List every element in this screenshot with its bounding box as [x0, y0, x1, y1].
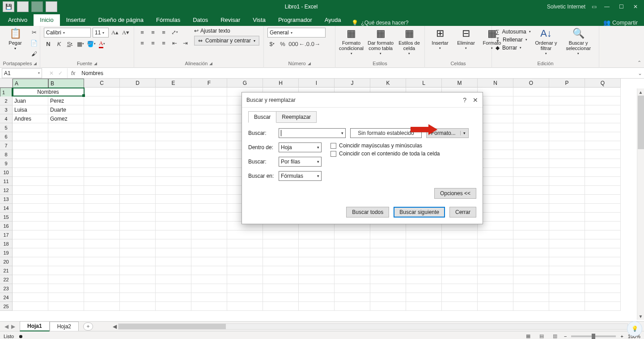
cell[interactable] [120, 302, 156, 311]
cell[interactable] [513, 266, 549, 275]
help-bulb-icon[interactable]: 💡 [627, 321, 642, 336]
cell[interactable] [513, 275, 549, 284]
cell[interactable] [48, 230, 84, 239]
cell[interactable] [585, 302, 621, 311]
cell[interactable] [13, 123, 48, 132]
row-header[interactable]: 15 [0, 213, 13, 222]
cell[interactable] [478, 230, 513, 239]
insert-cells-button[interactable]: ⊞Insertar▾ [428, 28, 452, 50]
cell[interactable] [478, 239, 513, 248]
cell[interactable] [478, 186, 513, 195]
cell[interactable] [120, 293, 156, 302]
cell[interactable] [120, 186, 156, 195]
cell[interactable] [549, 168, 585, 177]
cell[interactable] [513, 123, 549, 132]
cell[interactable] [585, 88, 621, 96]
cell[interactable] [84, 141, 120, 150]
cell[interactable] [191, 150, 227, 159]
cell[interactable] [48, 302, 84, 311]
cell[interactable] [48, 177, 84, 186]
row-header[interactable]: 20 [0, 257, 13, 266]
cell[interactable] [335, 275, 370, 284]
cell[interactable] [227, 257, 263, 266]
cell[interactable] [585, 105, 621, 114]
cell[interactable] [299, 230, 335, 239]
cell[interactable] [84, 284, 120, 293]
cell[interactable] [13, 266, 48, 275]
cell[interactable] [156, 302, 191, 311]
cell[interactable] [13, 204, 48, 213]
cell[interactable] [120, 159, 156, 168]
cell[interactable] [263, 239, 299, 248]
cell[interactable] [585, 141, 621, 150]
font-name-combo[interactable]: Calibri▾ [44, 28, 91, 38]
cell[interactable] [299, 302, 335, 311]
cell[interactable] [48, 204, 84, 213]
cell[interactable] [263, 275, 299, 284]
find-input[interactable]: ▾ [279, 128, 346, 138]
cell[interactable] [585, 266, 621, 275]
find-next-button[interactable]: Buscar siguiente [394, 207, 445, 218]
cell[interactable] [585, 222, 621, 230]
row-header[interactable]: 21 [0, 266, 13, 275]
cell[interactable] [585, 257, 621, 266]
bold-button[interactable]: N [44, 39, 53, 48]
cell[interactable] [84, 177, 120, 186]
align-bottom-icon[interactable]: ≡ [159, 28, 168, 37]
cell[interactable] [406, 302, 442, 311]
cell[interactable] [156, 186, 191, 195]
format-button[interactable]: Formato...▾ [426, 128, 469, 138]
cell[interactable] [263, 293, 299, 302]
cell[interactable] [48, 213, 84, 222]
cell[interactable] [478, 168, 513, 177]
column-header[interactable]: K [370, 79, 406, 88]
cell[interactable] [513, 132, 549, 141]
cell[interactable] [549, 293, 585, 302]
cell[interactable] [191, 302, 227, 311]
cell[interactable] [48, 150, 84, 159]
formula-input[interactable]: Nombres [79, 70, 636, 76]
name-box[interactable]: A1▾ [2, 68, 42, 78]
cell[interactable] [120, 284, 156, 293]
row-header[interactable]: 19 [0, 248, 13, 257]
dialog-launcher-icon[interactable]: ◢ [308, 61, 311, 66]
cell[interactable] [191, 204, 227, 213]
cell[interactable] [549, 239, 585, 248]
share-button[interactable]: 👥Compartir [599, 19, 642, 26]
cell[interactable] [156, 257, 191, 266]
font-size-combo[interactable]: 11▾ [93, 28, 109, 38]
cell[interactable] [370, 248, 406, 257]
cell[interactable] [120, 132, 156, 141]
cell[interactable] [120, 248, 156, 257]
cell[interactable] [191, 114, 227, 123]
cell[interactable] [513, 96, 549, 105]
column-header[interactable]: H [263, 79, 299, 88]
cell[interactable] [513, 114, 549, 123]
help-icon[interactable]: ? [463, 96, 466, 104]
cell[interactable] [156, 195, 191, 204]
cell[interactable] [191, 159, 227, 168]
cell[interactable] [263, 302, 299, 311]
cell[interactable] [549, 230, 585, 239]
row-header[interactable]: 16 [0, 222, 13, 230]
cell[interactable] [406, 284, 442, 293]
tab-revisar[interactable]: Revisar [214, 14, 246, 26]
cell[interactable] [442, 230, 478, 239]
normal-view-icon[interactable]: ▦ [524, 332, 533, 339]
fill-button[interactable]: ↧Rellenar▾ [496, 37, 531, 43]
cell[interactable] [156, 177, 191, 186]
cell[interactable]: Juan [13, 96, 48, 105]
cell[interactable] [156, 266, 191, 275]
cancel-formula-icon[interactable]: ✕ [49, 70, 54, 76]
column-header[interactable]: M [442, 79, 478, 88]
cell[interactable] [478, 88, 513, 96]
cell[interactable] [191, 248, 227, 257]
italic-button[interactable]: K [55, 39, 64, 48]
cell[interactable] [84, 248, 120, 257]
cell[interactable] [156, 204, 191, 213]
tab-programador[interactable]: Programador [272, 14, 318, 26]
cell[interactable] [335, 248, 370, 257]
cell[interactable] [513, 204, 549, 213]
dialog-launcher-icon[interactable]: ◢ [94, 61, 97, 66]
cell[interactable] [263, 230, 299, 239]
